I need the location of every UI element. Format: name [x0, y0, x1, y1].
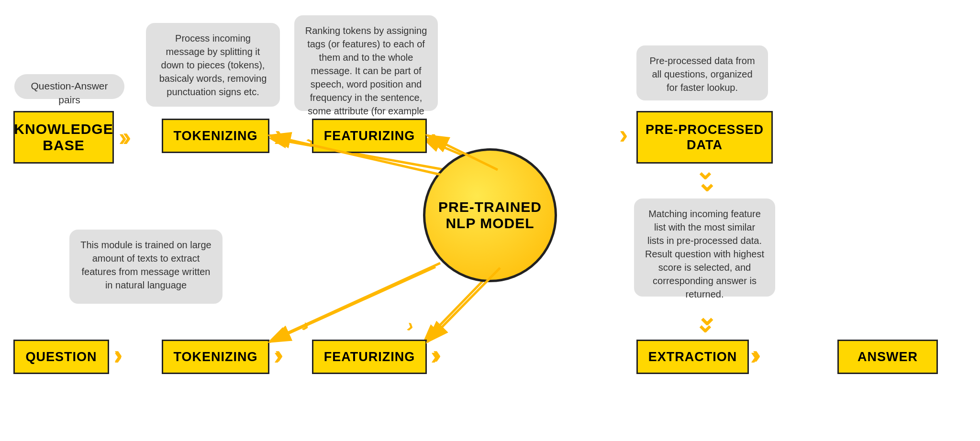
chevron-match-down: ⌄ — [695, 311, 715, 338]
featurizing-bottom-box: FEATURIZING — [312, 340, 427, 374]
pre-processed-data-box: PRE-PROCESSEDDATA — [636, 111, 773, 164]
arrow-tokenizing-featurizing-top: › — [274, 123, 282, 151]
arrow-kb-tokenizing: › — [119, 123, 127, 151]
tooltip-nlp-model: This module is trained on large amount o… — [69, 230, 223, 304]
arrow-featurizing-preprocessed: › — [431, 123, 439, 151]
extraction-box: EXTRACTION — [636, 340, 749, 374]
chevron-feat-extract: › — [433, 340, 441, 369]
arrow-diag-se: › — [405, 314, 416, 336]
arrow-preprocessed-down: ⌄ — [696, 169, 717, 197]
arrow-tokenizing-featurizing-bot: › — [274, 342, 282, 370]
tooltip-qa-pairs: Question-Answer pairs — [14, 74, 124, 99]
chevron-kb-tok: › — [122, 122, 131, 152]
arrow-diag-sw: › — [299, 314, 314, 336]
chevron-q-tok: › — [114, 340, 122, 369]
arrow-question-tokenizing: › — [114, 342, 122, 370]
tooltip-tokenizing-top: Process incoming message by splitting it… — [146, 23, 280, 107]
diag-ll — [269, 267, 435, 342]
featurizing-top-box: FEATURIZING — [312, 119, 427, 153]
chevron-feat-prepro: › — [619, 120, 628, 149]
answer-box: ANSWER — [837, 340, 938, 374]
center-circle: PRE-TRAINEDNLP MODEL — [423, 148, 557, 282]
arrow-sw-line — [273, 263, 440, 340]
tokenizing-top-box: TOKENIZING — [162, 119, 269, 153]
tooltip-matching: Matching incoming feature list with the … — [634, 198, 775, 297]
tooltip-featurizing-top: Ranking tokens by assigning tags (or fea… — [294, 15, 438, 111]
chevron-tok-feat-bot: › — [275, 340, 283, 369]
question-box: QUESTION — [13, 340, 109, 374]
chevron-extract-answer: › — [752, 340, 761, 369]
diagram-container: › › › ⌄ ⌄ › › › › — [0, 0, 980, 441]
knowledge-base-box: NLP Pipeline Diagram KNOWLEDGEBASE — [13, 111, 114, 164]
arrow-matching-down: ⌄ — [696, 303, 717, 331]
tooltip-preprocessed: Pre-processed data from all questions, o… — [636, 45, 768, 100]
tokenizing-bottom-box: TOKENIZING — [162, 340, 269, 374]
arrow-extraction-answer: › — [750, 342, 758, 370]
chevron-tok-feat-top: › — [275, 120, 283, 149]
arrow-featurizing-extraction: › — [431, 342, 439, 370]
